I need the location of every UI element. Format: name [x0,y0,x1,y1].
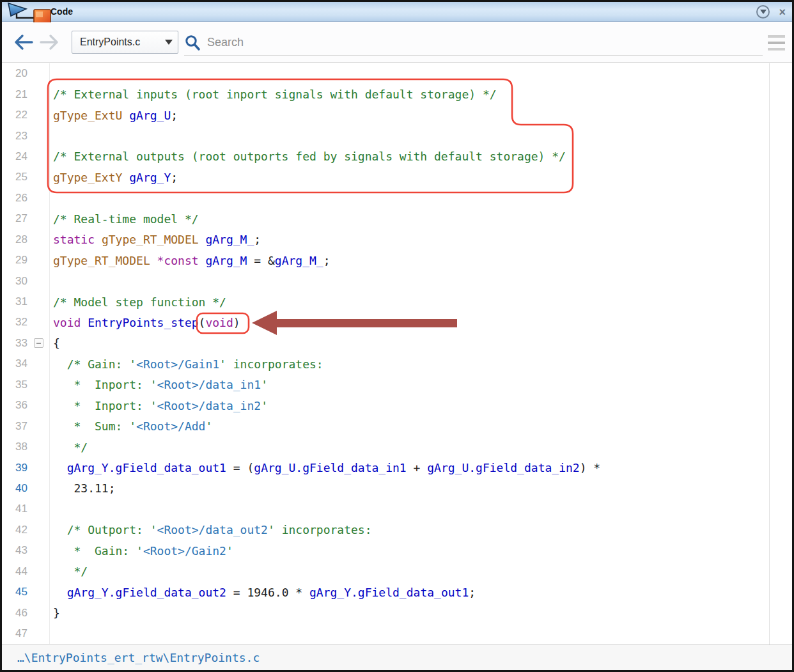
collapse-minus-icon[interactable] [34,338,43,348]
code-line: 34 /* Gain: '<Root>/Gain1' incorporates: [2,354,792,374]
code-line: 40 23.11; [2,478,792,499]
code-text: static gType_RT_MODEL gArg_M_; [50,233,261,246]
fold-column [27,84,50,104]
line-number: 41 [2,503,27,515]
code-text: /* Gain: '<Root>/Gain1' incorporates: [50,357,323,371]
window-title: Code [51,6,73,17]
code-text: */ [50,441,88,454]
minimize-panel-icon[interactable] [756,5,770,19]
fold-column [27,561,50,582]
back-button[interactable] [13,31,34,53]
fold-column [27,230,50,250]
code-line: 33{ [2,333,792,354]
fold-column [27,540,50,561]
code-line: 46} [2,602,792,623]
search-icon [184,35,201,51]
line-number: 34 [2,357,27,370]
code-line: 30 [2,270,792,291]
code-line: 47 [2,623,792,644]
line-number: 29 [2,254,27,267]
search-input[interactable] [207,36,763,49]
code-text: /* Real-time model */ [50,212,199,226]
line-number: 39 [2,462,27,474]
code-line: 37 * Sum: '<Root>/Add' [2,416,792,436]
line-number: 27 [2,212,27,225]
code-text: 23.11; [50,481,116,495]
code-text: /* External inputs (root inport signals … [50,88,497,101]
fold-column [27,312,50,332]
fold-column [27,416,50,436]
code-line: 26 [2,188,792,208]
code-line: 38 */ [2,437,792,457]
line-number: 32 [2,316,27,329]
fold-column [27,602,50,623]
fold-column [27,457,50,478]
code-text: /* Model step function */ [50,295,226,309]
fold-column [27,582,50,602]
vertical-scrollbar[interactable] [769,63,770,645]
hamburger-menu-icon[interactable] [768,35,785,51]
code-text: /* Outport: '<Root>/data_out2' incorpora… [50,523,372,536]
line-number: 26 [2,192,27,205]
code-line: 45 gArg_Y.gField_data_out2 = 1946.0 * gA… [2,582,792,602]
code-line: 42 /* Outport: '<Root>/data_out2' incorp… [2,520,792,540]
line-number: 24 [2,150,27,163]
code-text: * Gain: '<Root>/Gain2' [50,544,233,558]
fold-column [27,520,50,540]
fold-column [27,499,50,519]
code-line: 29gType_RT_MODEL *const gArg_M = &gArg_M… [2,250,792,270]
code-window: Code × EntryPoints.c 2021/* External inp… [0,0,794,672]
fold-column [27,188,50,208]
titlebar: Code × [2,2,792,22]
file-selector-value: EntryPoints.c [80,36,161,48]
line-number: 45 [2,586,27,598]
line-number: 43 [2,544,27,557]
forward-button[interactable] [39,31,59,53]
code-editor[interactable]: 2021/* External inputs (root inport sign… [2,63,792,645]
line-number: 23 [2,130,27,143]
code-line: 39 gArg_Y.gField_data_out1 = (gArg_U.gFi… [2,457,792,478]
line-number: 25 [2,171,27,184]
code-text: * Sum: '<Root>/Add' [50,419,212,433]
code-line: 20 [2,63,792,84]
line-number: 47 [2,627,27,640]
fold-column [27,478,50,499]
fold-column [27,167,50,187]
line-number: 20 [2,67,27,80]
code-text: } [50,606,60,620]
line-number: 28 [2,233,27,246]
search-field [184,30,763,56]
code-line: 23 [2,125,792,146]
code-line: 36 * Inport: '<Root>/data_in2' [2,395,792,416]
fold-column [27,208,50,229]
code-text: { [50,336,60,350]
line-number: 36 [2,399,27,412]
statusbar: …\EntryPoints_ert_rtw\EntryPoints.c [2,645,792,670]
line-number: 30 [2,275,27,288]
fold-column [27,292,50,312]
line-number: 22 [2,109,27,121]
line-number: 40 [2,482,27,495]
file-selector-dropdown[interactable]: EntryPoints.c [72,31,178,54]
code-text: gType_ExtY gArg_Y; [50,171,178,184]
line-number: 37 [2,420,27,433]
code-line: 28static gType_RT_MODEL gArg_M_; [2,230,792,250]
fold-toggle[interactable] [27,333,50,354]
fold-column [27,105,50,125]
fold-column [27,437,50,457]
fold-column [27,146,50,167]
code-line: 31/* Model step function */ [2,292,792,312]
code-text: /* External outputs (root outports fed b… [50,150,566,163]
code-text: void EntryPoints_step(void) [50,316,240,329]
code-line: 27/* Real-time model */ [2,208,792,229]
code-text: gArg_Y.gField_data_out1 = (gArg_U.gField… [50,461,600,474]
code-line: 44 */ [2,561,792,582]
close-icon[interactable]: × [779,6,786,18]
fold-column [27,354,50,374]
fold-column [27,63,50,84]
code-text: gType_ExtU gArg_U; [50,109,178,122]
toolbar: EntryPoints.c [2,22,792,63]
line-number: 46 [2,607,27,620]
line-number: 33 [2,337,27,350]
code-line: 21/* External inputs (root inport signal… [2,84,792,104]
